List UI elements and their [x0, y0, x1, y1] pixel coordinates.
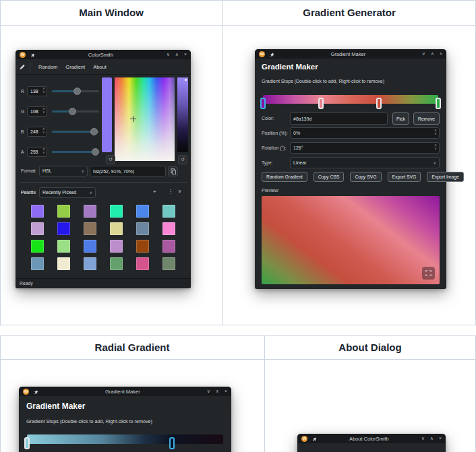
export-svg-button[interactable]: Export SVG [388, 172, 421, 182]
swatch[interactable] [31, 257, 44, 270]
maximize-icon[interactable]: ∧ [430, 434, 434, 443]
close-icon[interactable]: × [439, 434, 442, 443]
table1-bottom-border [0, 325, 476, 325]
collapse-palette-icon[interactable]: ∨ [178, 189, 181, 194]
saturation-value-picker[interactable] [115, 77, 175, 161]
slider-handle[interactable] [90, 128, 98, 135]
slider-handle[interactable] [92, 148, 99, 156]
swatch[interactable] [31, 240, 44, 253]
eyedropper-icon[interactable] [18, 61, 30, 73]
swatch[interactable] [162, 205, 175, 218]
gradient-stop-handle[interactable] [376, 98, 382, 109]
swatch[interactable] [162, 240, 175, 253]
value-slider-bar[interactable] [177, 77, 188, 152]
maximize-icon[interactable]: ∧ [431, 49, 434, 59]
swatch[interactable] [57, 240, 70, 253]
copy-css-button[interactable]: Copy CSS [314, 172, 345, 182]
copy-color-button[interactable] [168, 166, 178, 176]
about-window-titlebar[interactable]: W About ColorSmith ∨ ∧ × [297, 434, 446, 443]
position-spinbox[interactable]: 0% ∧∨ [290, 127, 440, 139]
colorsmith-titlebar[interactable]: W ColorSmith ∨ ∧ × [16, 50, 191, 59]
stop-color-input[interactable] [290, 112, 388, 125]
status-bar: Ready [16, 278, 191, 288]
color-string-input[interactable] [90, 166, 166, 176]
menu-gradient[interactable]: Gradient [65, 64, 85, 70]
reset-value-button[interactable]: ↺ [178, 155, 187, 164]
gradient-stop-handle[interactable] [24, 437, 30, 449]
gradient-stops-bar[interactable] [263, 95, 438, 104]
swatch[interactable] [136, 222, 149, 235]
page: Main Window Gradient Generator Radial Gr… [0, 0, 476, 452]
format-select[interactable]: HSL ∨ [39, 166, 88, 176]
swatch[interactable] [31, 222, 44, 235]
swatch[interactable] [31, 205, 44, 218]
pin-icon[interactable] [312, 432, 317, 445]
format-value: HSL [42, 168, 52, 173]
swatch[interactable] [136, 205, 149, 218]
a-slider[interactable] [52, 148, 99, 156]
close-icon[interactable]: × [184, 50, 187, 59]
pin-icon[interactable] [34, 385, 38, 397]
close-icon[interactable]: × [440, 49, 442, 59]
radial-window-titlebar[interactable]: W Gradient Maker ∨ ∧ × [19, 387, 231, 396]
maximize-icon[interactable]: ∧ [175, 50, 179, 59]
swatch[interactable] [57, 205, 70, 218]
swatch[interactable] [84, 240, 96, 253]
swatch[interactable] [84, 222, 96, 235]
r-slider[interactable] [52, 88, 99, 95]
current-color-bar [102, 77, 112, 152]
gradient-stops-bar[interactable] [27, 434, 223, 444]
header-gradient-generator: Gradient Generator [222, 1, 476, 25]
remove-button[interactable]: Remove [413, 112, 440, 125]
separator [20, 182, 187, 183]
minimize-icon[interactable]: ∨ [167, 50, 170, 59]
menu-random[interactable]: Random [38, 64, 57, 70]
color-label: Color: [262, 116, 274, 121]
spin-down-icon[interactable]: ∨ [434, 147, 437, 150]
g-slider[interactable] [52, 108, 99, 115]
swatch[interactable] [136, 257, 149, 270]
reset-color-button[interactable]: ↺ [106, 155, 115, 164]
rotation-spinbox[interactable]: 126° ∧∨ [290, 142, 440, 154]
swatch[interactable] [84, 205, 96, 218]
add-swatch-button[interactable]: + [153, 189, 156, 195]
minimize-icon[interactable]: ∨ [421, 434, 425, 443]
copy-svg-button[interactable]: Copy SVG [350, 172, 381, 182]
gradient-stop-handle[interactable] [318, 98, 324, 109]
type-select[interactable]: Linear ∨ [290, 157, 440, 168]
menu-about[interactable]: About [93, 64, 107, 70]
type-value: Linear [293, 160, 306, 165]
palette-select[interactable]: Recently Picked ∨ [39, 187, 96, 198]
swatch[interactable] [110, 222, 123, 235]
swatch[interactable] [110, 257, 123, 270]
gradient-maker-titlebar[interactable]: W Gradient Maker ∨ ∧ × [255, 49, 446, 59]
b-slider[interactable] [52, 128, 99, 135]
swatch[interactable] [162, 257, 175, 270]
header-about-dialog: About Dialog [264, 335, 476, 360]
swatch[interactable] [57, 222, 70, 235]
spin-down-icon[interactable]: ∨ [434, 132, 437, 135]
random-gradient-button[interactable]: Random Gradient [262, 172, 307, 182]
slider-handle[interactable] [69, 108, 76, 115]
palette-menu-icon[interactable]: ⋮ [168, 189, 173, 195]
close-icon[interactable]: × [225, 387, 227, 396]
pin-icon[interactable] [270, 48, 274, 60]
gradient-stop-handle[interactable] [436, 98, 441, 109]
swatch[interactable] [110, 240, 123, 253]
export-image-button[interactable]: Export Image [427, 172, 463, 182]
swatch[interactable] [84, 257, 96, 270]
gradient-stop-handle[interactable] [169, 437, 175, 449]
swatch[interactable] [136, 240, 149, 253]
channel-label: A [21, 150, 24, 154]
pick-button[interactable]: Pick [392, 112, 409, 125]
gradient-stop-handle[interactable] [260, 98, 266, 109]
maximize-icon[interactable]: ∧ [216, 387, 219, 396]
minimize-icon[interactable]: ∨ [422, 49, 425, 59]
swatch[interactable] [57, 257, 70, 270]
slider-handle[interactable] [73, 88, 81, 95]
minimize-icon[interactable]: ∨ [207, 387, 210, 396]
swatch[interactable] [110, 205, 123, 218]
fullscreen-preview-button[interactable] [422, 267, 435, 280]
app-icon: W [301, 436, 307, 442]
swatch[interactable] [162, 222, 175, 235]
